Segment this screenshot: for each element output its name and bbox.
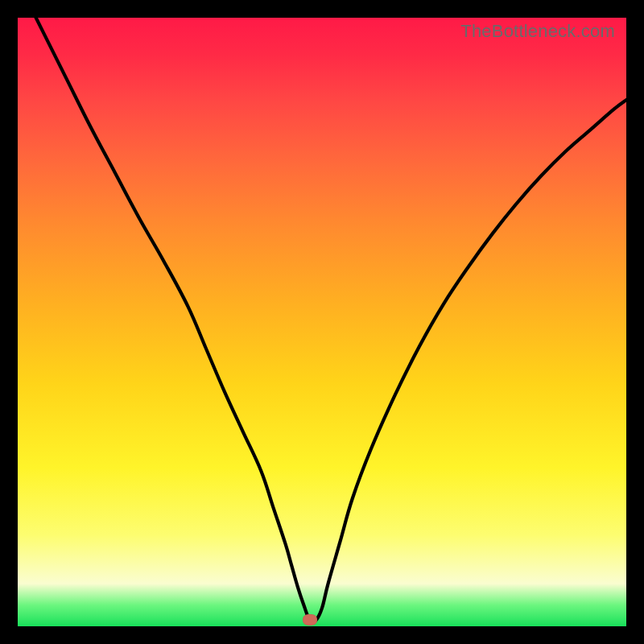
plot-area: TheBottleneck.com <box>18 18 626 626</box>
minimum-marker <box>303 614 317 625</box>
bottleneck-curve <box>18 18 626 626</box>
chart-frame: TheBottleneck.com <box>0 0 644 644</box>
